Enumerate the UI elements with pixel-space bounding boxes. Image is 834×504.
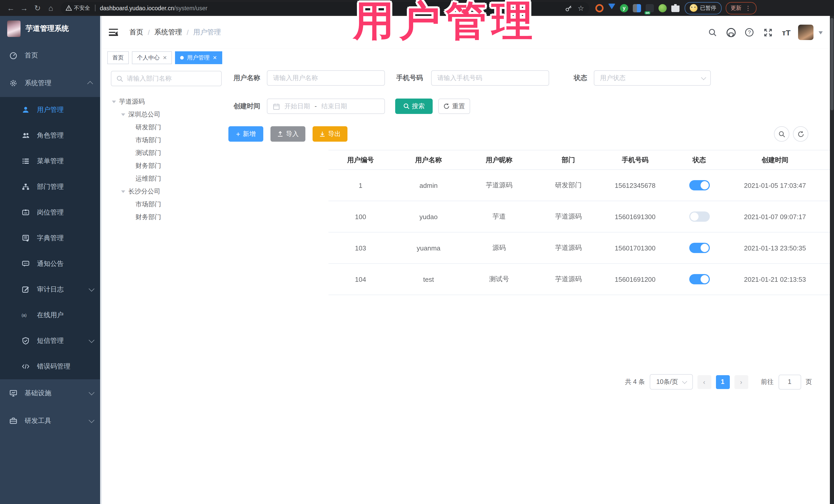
breadcrumb-home[interactable]: 首页 — [129, 28, 143, 37]
not-secure-warning[interactable]: 不安全 — [66, 4, 90, 12]
col-nickname: 用户昵称 — [464, 150, 534, 170]
user-icon — [22, 106, 30, 114]
caret-down-icon[interactable] — [121, 113, 125, 118]
caret-down-icon[interactable] — [121, 191, 125, 195]
next-page-button[interactable]: › — [734, 375, 748, 389]
date-end-placeholder: 结束日期 — [321, 102, 347, 111]
sidebar-collapse-icon[interactable] — [109, 29, 118, 36]
reset-button[interactable]: 重置 — [438, 98, 470, 114]
date-range-input[interactable]: 开始日期 - 结束日期 — [267, 98, 385, 114]
sidebar-item-home[interactable]: 首页 — [0, 42, 100, 69]
sidebar-item-dict-mgmt[interactable]: 字典管理 — [0, 225, 100, 251]
status-select[interactable]: 用户状态 — [594, 70, 711, 86]
sidebar-item-online-users[interactable]: (a) 在线用户 — [0, 302, 100, 328]
extension-green-key-icon[interactable] — [658, 4, 667, 12]
bookmark-star-icon[interactable]: ☆ — [578, 4, 584, 12]
add-button[interactable]: + 新增 — [228, 126, 263, 141]
pagination-bar: 共 4 条 10条/页 ‹ 1 › 前往 1 页 — [625, 374, 812, 390]
current-page-button[interactable]: 1 — [716, 375, 729, 389]
sidebar-item-audit-log[interactable]: 审计日志 — [0, 277, 100, 302]
extension-orange-ring-icon[interactable] — [595, 4, 603, 12]
export-button[interactable]: 导出 — [312, 126, 348, 141]
reload-icon[interactable]: ↻ — [31, 1, 44, 15]
mobile-label: 手机号码 — [391, 70, 423, 86]
tree-node[interactable]: 市场部门 — [111, 134, 222, 147]
status-toggle[interactable] — [689, 243, 709, 253]
page-size-select[interactable]: 10条/页 — [650, 374, 693, 390]
address-bar[interactable]: 不安全 dashboard.yudao.iocoder.cn/system/us… — [61, 2, 589, 14]
tree-node[interactable]: 运维部门 — [111, 172, 222, 185]
col-user-id: 用户编号 — [328, 150, 393, 170]
home-icon[interactable]: ⌂ — [44, 1, 58, 15]
extension-blue-drop-icon[interactable] — [608, 3, 615, 13]
extension-grid-icon[interactable] — [633, 4, 641, 12]
status-toggle[interactable] — [689, 274, 709, 284]
extension-proxy-icon[interactable]: on — [646, 4, 654, 12]
tree-node[interactable]: 财务部门 — [111, 211, 222, 224]
scrollbar-thumb[interactable] — [830, 18, 833, 110]
github-icon[interactable] — [724, 26, 738, 39]
sidebar-item-dev-tools[interactable]: 研发工具 — [0, 407, 100, 435]
breadcrumb-separator: / — [148, 28, 150, 36]
goto-page-input[interactable]: 1 — [778, 374, 801, 389]
avatar-caret-down-icon[interactable] — [819, 31, 823, 36]
sidebar-item-infrastructure[interactable]: 基础设施 — [0, 379, 100, 407]
status-toggle[interactable] — [689, 180, 709, 191]
browser-menu-icon[interactable]: ⋮ — [745, 4, 751, 12]
search-button[interactable]: 搜索 — [395, 98, 433, 114]
back-icon[interactable]: ← — [4, 1, 18, 15]
import-button[interactable]: 导入 — [270, 126, 305, 141]
tab-user-mgmt[interactable]: 用户管理✕ — [175, 51, 222, 64]
chevron-down-icon — [89, 286, 95, 292]
forward-icon[interactable]: → — [18, 1, 31, 15]
font-size-icon[interactable]: ᴛT — [780, 26, 793, 39]
tab-profile[interactable]: 个人中心✕ — [132, 51, 172, 64]
tree-node[interactable]: 深圳总公司 — [111, 108, 222, 121]
prev-page-button[interactable]: ‹ — [697, 375, 711, 389]
status-toggle[interactable] — [689, 212, 709, 222]
caret-down-icon[interactable] — [112, 101, 116, 105]
sidebar-item-label: 研发工具 — [25, 416, 82, 425]
tree-node[interactable]: 市场部门 — [111, 198, 222, 211]
page-scrollbar[interactable] — [830, 16, 834, 504]
sidebar-item-error-code[interactable]: 错误码管理 — [0, 354, 100, 379]
profile-paused-badge[interactable]: 已暂停 — [685, 2, 721, 14]
key-icon[interactable] — [565, 4, 572, 12]
app-logo[interactable]: 芋道管理系统 — [0, 16, 100, 42]
tab-home[interactable]: 首页 — [107, 51, 129, 64]
sidebar-item-post-mgmt[interactable]: 岗位管理 — [0, 200, 100, 225]
sidebar-item-sms-mgmt[interactable]: 短信管理 — [0, 328, 100, 354]
sidebar-item-dept-mgmt[interactable]: 部门管理 — [0, 174, 100, 200]
refresh-table-button[interactable] — [793, 126, 808, 141]
breadcrumb-system[interactable]: 系统管理 — [154, 28, 182, 37]
sidebar-item-notice[interactable]: 通知公告 — [0, 251, 100, 277]
tree-node[interactable]: 财务部门 — [111, 160, 222, 172]
announcement-icon — [22, 260, 30, 268]
sidebar-item-system[interactable]: 系统管理 — [0, 69, 100, 97]
puzzle-extensions-icon[interactable] — [671, 4, 680, 12]
sidebar-item-role-mgmt[interactable]: 角色管理 — [0, 123, 100, 148]
tree-node[interactable]: 研发部门 — [111, 121, 222, 134]
browser-update-button[interactable]: 更新 ⋮ — [725, 2, 756, 14]
toggle-search-button[interactable] — [774, 126, 789, 141]
fullscreen-icon[interactable] — [761, 26, 774, 39]
mobile-input[interactable]: 请输入手机号码 — [431, 70, 549, 86]
header-search-icon[interactable] — [706, 26, 719, 39]
table-row: 104 test 测试号 芋道源码 15601691200 2021-01-21… — [328, 264, 834, 295]
tree-node-root[interactable]: 芋道源码 — [111, 95, 222, 108]
tags-view-bar: 首页 个人中心✕ 用户管理✕ — [100, 49, 830, 67]
close-icon[interactable]: ✕ — [163, 54, 167, 60]
tree-node[interactable]: 长沙分公司 — [111, 185, 222, 198]
docs-question-icon[interactable]: ? — [743, 26, 756, 39]
dept-search-input[interactable]: 请输入部门名称 — [111, 71, 222, 86]
user-avatar[interactable] — [798, 25, 813, 40]
sidebar-item-menu-mgmt[interactable]: 菜单管理 — [0, 148, 100, 174]
warning-icon — [66, 5, 72, 11]
close-icon[interactable]: ✕ — [213, 54, 217, 60]
tree-node[interactable]: 测试部门 — [111, 147, 222, 160]
sidebar-item-user-mgmt[interactable]: 用户管理 — [0, 97, 100, 123]
extension-green-y-icon[interactable]: y — [620, 4, 628, 12]
dictionary-icon — [22, 234, 30, 242]
username-input[interactable]: 请输入用户名称 — [267, 70, 385, 86]
tree-node-label: 长沙分公司 — [128, 187, 160, 196]
